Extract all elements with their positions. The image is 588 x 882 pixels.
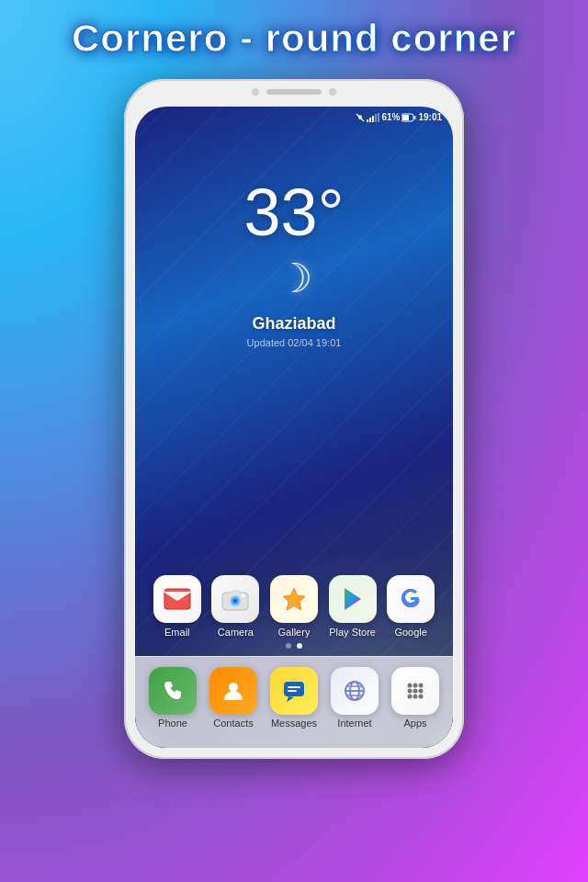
svg-point-24 <box>229 683 238 692</box>
gallery-svg <box>280 585 308 613</box>
svg-point-21 <box>242 594 245 597</box>
svg-marker-26 <box>287 696 294 702</box>
email-svg <box>164 588 191 610</box>
moon-icon: ☽ <box>277 254 312 301</box>
updated-text: Updated 02/04 19:01 <box>247 337 342 348</box>
dock-contacts[interactable]: Contacts <box>209 667 257 729</box>
playstore-label: Play Store <box>329 627 376 638</box>
svg-rect-5 <box>375 114 377 122</box>
status-bar: 61% 19:01 <box>135 107 453 124</box>
dot-1 <box>286 643 291 649</box>
messages-icon-bg <box>270 667 318 715</box>
google-icon-bg <box>387 575 435 623</box>
phone-screen: 61% 19:01 33° ☽ Ghaziabad Updated 02/04 … <box>135 107 453 748</box>
svg-rect-1 <box>358 115 362 119</box>
time-text: 19:01 <box>418 112 442 122</box>
svg-point-41 <box>413 695 418 699</box>
svg-point-38 <box>413 689 418 694</box>
phone-icon-bg <box>149 667 197 715</box>
apps-icon-bg <box>391 667 439 715</box>
city-name: Ghaziabad <box>252 314 335 334</box>
app-camera[interactable]: Camera <box>211 575 259 638</box>
svg-rect-6 <box>378 113 379 122</box>
weather-section: 33° ☽ Ghaziabad Updated 02/04 19:01 <box>135 179 453 348</box>
svg-rect-8 <box>414 116 416 119</box>
app-playstore[interactable]: Play Store <box>329 575 377 638</box>
google-svg <box>398 586 424 612</box>
signal-icon <box>367 113 379 122</box>
contacts-svg <box>220 678 246 704</box>
phone-mockup: 61% 19:01 33° ☽ Ghaziabad Updated 02/04 … <box>124 79 464 759</box>
playstore-icon-bg <box>329 575 377 623</box>
phone-label: Phone <box>158 718 187 729</box>
playstore-svg <box>340 586 366 612</box>
svg-rect-27 <box>288 686 300 688</box>
svg-point-39 <box>419 689 424 694</box>
mute-icon <box>356 113 365 122</box>
svg-point-19 <box>233 599 237 603</box>
svg-point-37 <box>408 689 413 694</box>
dock-messages[interactable]: Messages <box>270 667 318 729</box>
app-gallery[interactable]: Gallery <box>270 575 318 638</box>
email-icon <box>153 575 201 623</box>
svg-rect-28 <box>288 690 297 692</box>
messages-label: Messages <box>271 718 317 729</box>
apps-svg <box>402 678 428 704</box>
page-title: Cornero - round corner <box>53 0 535 74</box>
svg-point-36 <box>419 684 424 688</box>
bottom-dock: Phone Contacts <box>135 656 453 748</box>
phone-shell: 61% 19:01 33° ☽ Ghaziabad Updated 02/04 … <box>124 79 464 759</box>
internet-svg <box>342 678 368 704</box>
speaker <box>266 89 322 95</box>
status-icons: 61% 19:01 <box>356 112 442 122</box>
internet-label: Internet <box>337 718 371 729</box>
app-email[interactable]: Email <box>153 575 201 638</box>
page-dots <box>286 643 302 649</box>
phone-svg <box>160 678 186 704</box>
camera-label: Camera <box>218 627 254 638</box>
camera-icon-bg <box>211 575 259 623</box>
svg-point-40 <box>408 695 413 699</box>
svg-rect-25 <box>284 682 304 696</box>
contacts-icon-bg <box>209 667 257 715</box>
svg-rect-4 <box>372 116 374 122</box>
app-icons-row: Email <box>135 575 453 638</box>
svg-rect-20 <box>231 590 240 594</box>
dock-internet[interactable]: Internet <box>331 667 379 729</box>
dock-apps[interactable]: Apps <box>391 667 439 729</box>
svg-marker-22 <box>283 588 305 610</box>
dock-phone[interactable]: Phone <box>149 667 197 729</box>
svg-rect-9 <box>402 115 409 120</box>
google-label: Google <box>394 627 426 638</box>
app-google[interactable]: Google <box>387 575 435 638</box>
app-row: Email <box>144 575 444 638</box>
apps-label: Apps <box>403 718 426 729</box>
svg-point-35 <box>413 684 418 688</box>
gallery-icon-bg <box>270 575 318 623</box>
svg-point-42 <box>419 695 424 699</box>
gallery-label: Gallery <box>278 627 311 638</box>
battery-icon <box>401 113 416 122</box>
messages-svg <box>281 678 307 704</box>
contacts-label: Contacts <box>213 718 253 729</box>
front-camera <box>252 88 259 96</box>
svg-point-34 <box>408 684 413 688</box>
battery-text: 61% <box>381 112 400 122</box>
internet-icon-bg <box>331 667 379 715</box>
svg-rect-2 <box>367 119 368 122</box>
svg-rect-3 <box>369 118 371 122</box>
temperature: 33° <box>244 179 345 245</box>
phone-top-bar <box>252 88 336 96</box>
dot-2-active <box>297 643 302 649</box>
sensor <box>329 88 336 96</box>
camera-svg <box>221 587 249 611</box>
email-label: Email <box>164 627 190 638</box>
svg-marker-23 <box>345 588 361 610</box>
